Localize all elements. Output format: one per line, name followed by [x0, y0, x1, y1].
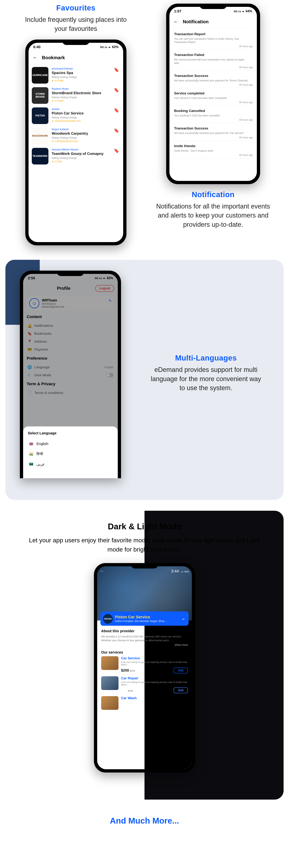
notification-desc: Notifications for all the important even… [155, 202, 271, 229]
flag-icon: 🇮🇳 [29, 452, 34, 457]
about-heading: About this provider [101, 629, 188, 633]
service-item[interactable]: Car Service If you are looking for good … [101, 656, 188, 673]
notif-title: Transaction Success [174, 126, 252, 130]
provider-sub: Rating Visiting Charge [52, 157, 104, 159]
show-more-button[interactable]: show more [101, 643, 188, 646]
rating-charge: ★ 4.5 $52 [52, 160, 104, 163]
notif-desc: You can see your transaction history in … [174, 37, 250, 44]
notification-item[interactable]: Transaction Report You can see your tran… [173, 29, 254, 50]
service-name: Car Repair [121, 676, 188, 680]
provider-sub: Rating Visiting Charge [52, 136, 88, 139]
notif-title: Transaction Success [174, 74, 252, 78]
language-option[interactable]: 🇬🇧English [28, 439, 113, 449]
multilang-title: Multi-Languages [175, 354, 237, 362]
language-option[interactable]: 🇸🇦عربى [28, 459, 113, 469]
notification-item[interactable]: Transaction Success We have successfully… [173, 70, 254, 88]
partner-label: eDemand Partner [52, 67, 77, 70]
lang-label: عربى [36, 462, 45, 466]
page-title: Bookmark [42, 55, 65, 60]
status-batt: 64% [245, 9, 252, 13]
bookmark-icon[interactable]: 🔖 [114, 88, 119, 93]
sheet-title: Select Language [28, 431, 113, 435]
provider-name: Woodwork Carpentry [52, 131, 88, 135]
notif-desc: We have successfully received your payme… [174, 131, 250, 135]
service-desc: If you are looking for good car repairin… [121, 681, 188, 686]
provider-logo: WOODWORK [32, 128, 49, 144]
bookmark-item[interactable]: STORM BRAND Rashmi Hirani StormBrand Ele… [32, 87, 120, 104]
notif-desc: Your booking # 1200 has been cancelled [174, 114, 250, 117]
service-item[interactable]: Car Repair If you are looking for good c… [101, 676, 188, 693]
service-name: Car Wash [121, 696, 188, 700]
back-icon[interactable]: ← [32, 55, 37, 60]
service-item[interactable]: Car Wash [101, 696, 188, 710]
bookmark-icon[interactable]: 🔖 [114, 108, 119, 113]
provider-sub: Rating Visiting Charge [52, 75, 77, 79]
notif-title: Transaction Report [174, 32, 252, 36]
service-price: $200$249 [121, 668, 135, 673]
bookmark-item[interactable]: PISTON amarb Piston Car Service Rating V… [32, 107, 120, 124]
dark-light-section: Dark & Light Mode Let your app users enj… [5, 511, 284, 800]
provider-logo: STORM BRAND [32, 87, 49, 104]
bookmark-item[interactable]: HURRICANE eDemand Partner Spacios Spa Ra… [32, 67, 120, 84]
partner-label: amarb [52, 107, 84, 111]
rating-charge: ★ 3.8333333333333 $10 [52, 140, 88, 143]
notif-time: 05 hours ago [239, 66, 253, 69]
status-time: 6:40 [33, 45, 40, 49]
bookmark-icon[interactable]: 🔖 [114, 148, 119, 153]
phone-bookmark: 6:40 5G ⫾⫾ ⏶ 62% ← Bookmark HURRICANE eD… [25, 39, 126, 245]
rating-charge: ★ 3.633333333333667 $70 [52, 120, 84, 122]
notification-title: Notification [192, 190, 235, 199]
service-image [101, 696, 118, 710]
notif-desc: Invite friends - Get 5 coupons each [174, 149, 250, 152]
favourites-desc: Include frequently using places into you… [18, 15, 134, 33]
notification-item[interactable]: Transaction Success We have successfully… [173, 123, 254, 141]
notif-desc: Your Service # 1234 has been been comple… [174, 96, 250, 100]
notif-desc: We cannot proceed with your transaction … [174, 58, 250, 64]
multilang-desc: eDemand provides support for multi langu… [148, 365, 264, 393]
multi-language-section: 2:56 5G ⫾⫾ ⏶ 42% Profile Logout ☺ WRTeam… [5, 260, 284, 500]
provider-logo: HURRICANE [32, 67, 49, 84]
status-time: 3:44 [171, 569, 179, 574]
flag-icon: 🇸🇦 [29, 462, 34, 467]
bookmark-item[interactable]: TEAMWORK Ananya Mitesh Naram TeamWork Go… [32, 148, 120, 164]
darklight-title: Dark & Light Mode [108, 522, 181, 531]
phone-language: 2:56 5G ⫾⫾ ⏶ 42% Profile Logout ☺ WRTeam… [20, 271, 121, 478]
provider-sub: Rating Visiting Charge [52, 96, 101, 99]
bookmark-icon[interactable]: 🔖 [114, 67, 119, 72]
provider-avatar: PISTON [103, 614, 113, 624]
services-heading: Our services [97, 650, 192, 656]
back-icon[interactable]: ← [173, 19, 178, 25]
service-desc: If you are looking for good car repairin… [121, 661, 188, 666]
phone-notifications: 1:07 5G ⫾⫾ ⏶ 64% ← Notification Transact… [166, 4, 260, 184]
notif-time: 05 hours ago [239, 84, 253, 86]
notification-item[interactable]: Transaction Failed We cannot proceed wit… [173, 50, 254, 70]
and-more-label: And Much More... [0, 810, 289, 836]
add-button[interactable]: Add [174, 668, 188, 673]
notif-time: 05 hours ago [239, 45, 253, 48]
phone-darklight: ← 3:44 ⫾⫾ 44% PISTON Piston Car Service … [94, 563, 195, 773]
add-button[interactable]: Add [174, 687, 188, 693]
provider-logo: PISTON [32, 107, 49, 124]
provider-address: Kalira Complex, 8/a Sanskar Nagar, Bhuj… [115, 619, 185, 622]
provider-card[interactable]: PISTON Piston Car Service Kalira Complex… [100, 612, 189, 626]
service-price: $99$149 [121, 688, 133, 692]
partner-label: Ananya Mitesh Naram [52, 148, 104, 151]
notification-item[interactable]: Service completed Your Service # 1234 ha… [173, 88, 254, 105]
notification-item[interactable]: Booking Cancelled Your booking # 1200 ha… [173, 105, 254, 123]
language-option[interactable]: 🇮🇳हिन्दी [28, 449, 113, 459]
bookmark-icon[interactable]: 🔖 [114, 128, 119, 133]
provider-name: TeamWork Gourp of Comapny [52, 152, 104, 156]
back-icon[interactable]: ← [100, 569, 104, 574]
notification-item[interactable]: Invite friends Invite friends - Get 5 co… [173, 141, 254, 158]
provider-name: StormBrand Electronic Store [52, 91, 101, 95]
notif-time: 05 hours ago [239, 136, 253, 139]
notif-desc: We have successfully received your payme… [174, 79, 250, 82]
lang-label: हिन्दी [36, 452, 43, 456]
notif-title: Invite friends [174, 144, 252, 148]
service-image [101, 656, 118, 670]
chevron-down-icon[interactable]: ⌄ [181, 615, 185, 621]
about-text: We provide a 12 month/10,000 KM warranty… [101, 634, 188, 642]
lang-label: English [36, 442, 49, 446]
notif-time: 05 hours ago [239, 154, 253, 156]
bookmark-item[interactable]: WOODWORK Nupur Kailash Woodwork Carpentr… [32, 128, 120, 144]
